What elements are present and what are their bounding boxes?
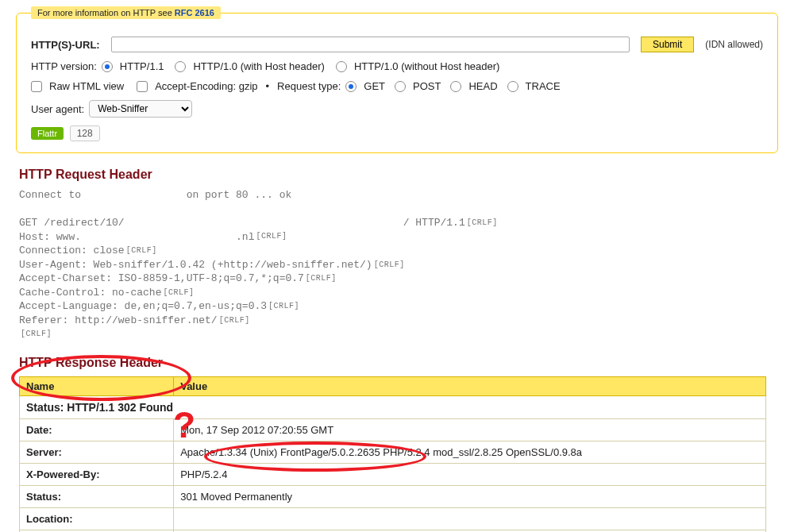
reqtype-radio-trace[interactable] <box>507 81 518 92</box>
user-agent-select[interactable]: Web-Sniffer <box>89 100 192 118</box>
request-header-title: HTTP Request Header <box>19 168 778 182</box>
table-row: X-Powered-By:PHP/5.2.4 <box>20 464 766 486</box>
header-value: Mon, 17 Sep 2012 07:20:55 GMT <box>174 419 766 441</box>
col-name: Name <box>20 377 174 396</box>
http-version-10nohost: HTTP/1.0 (without Host header) <box>354 60 500 72</box>
idn-hint: (IDN allowed) <box>705 39 763 50</box>
header-name: Location: <box>20 508 174 530</box>
user-agent-label: User agent: <box>31 103 84 115</box>
header-value: 301 Moved Permanently <box>174 486 766 508</box>
table-row: Date:Mon, 17 Sep 2012 07:20:55 GMT <box>20 419 766 441</box>
request-type-label: Request type: <box>277 80 341 92</box>
http-version-radio-10host[interactable] <box>175 61 186 72</box>
reqtype-get: GET <box>364 80 385 92</box>
http-version-radio-10nohost[interactable] <box>336 61 347 72</box>
table-row: Server:Apache/1.3.34 (Unix) FrontPage/5.… <box>20 441 766 464</box>
header-value: Apache/1.3.34 (Unix) FrontPage/5.0.2.263… <box>174 441 766 464</box>
reqtype-head: HEAD <box>468 80 497 92</box>
reqtype-radio-head[interactable] <box>450 81 461 92</box>
gzip-label: Accept-Encoding: gzip <box>155 80 257 92</box>
header-value: PHP/5.2.4 <box>174 464 766 486</box>
header-name: X-Powered-By: <box>20 464 174 486</box>
http-version-radio-11[interactable] <box>102 61 113 72</box>
col-value: Value <box>174 377 766 396</box>
separator-dot: • <box>266 80 270 92</box>
legend-text: For more information on HTTP see <box>37 8 175 17</box>
status-line: Status: HTTP/1.1 302 Found <box>20 396 766 419</box>
url-label: HTTP(S)-URL: <box>31 39 100 51</box>
gzip-checkbox[interactable] <box>137 81 148 92</box>
http-version-10host: HTTP/1.0 (with Host header) <box>193 60 324 72</box>
form-panel: For more information on HTTP see RFC 261… <box>16 6 778 153</box>
raw-html-label: Raw HTML view <box>49 80 124 92</box>
header-name: Date: <box>20 419 174 441</box>
response-header-title: HTTP Response Header <box>19 356 778 370</box>
table-row: Status:301 Moved Permanently <box>20 486 766 508</box>
table-row: Location: <box>20 508 766 530</box>
legend: For more information on HTTP see RFC 261… <box>31 6 221 19</box>
reqtype-trace: TRACE <box>526 80 561 92</box>
reqtype-radio-get[interactable] <box>345 81 357 92</box>
request-header-block: Connect to on port 80 ... ok GET /redire… <box>19 188 775 341</box>
submit-button[interactable]: Submit <box>641 37 694 52</box>
header-name: Server: <box>20 441 174 464</box>
http-version-label: HTTP version: <box>31 60 97 72</box>
url-input[interactable] <box>111 37 630 52</box>
http-version-11: HTTP/1.1 <box>120 60 164 72</box>
flattr-count: 128 <box>70 125 100 141</box>
response-table: Name Value Status: HTTP/1.1 302 Found Da… <box>19 376 766 532</box>
raw-html-checkbox[interactable] <box>31 81 42 92</box>
rfc-link[interactable]: RFC 2616 <box>175 8 214 17</box>
reqtype-post: POST <box>413 80 441 92</box>
flattr-button[interactable]: Flattr <box>31 127 64 140</box>
header-value <box>174 508 766 530</box>
header-name: Status: <box>20 486 174 508</box>
reqtype-radio-post[interactable] <box>395 81 406 92</box>
